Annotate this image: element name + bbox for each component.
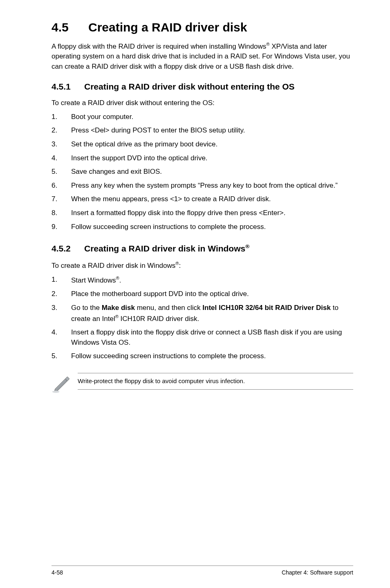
subsection-heading-1: 4.5.1Creating a RAID driver disk without… (52, 82, 353, 92)
list-text-f: ICH10R RAID driver disk. (119, 314, 199, 322)
list-text: Follow succeeding screen instructions to… (71, 223, 266, 231)
list-text: Follow succeeding screen instructions to… (71, 352, 266, 360)
list-index: 1. (52, 275, 57, 285)
subsection-heading-2: 4.5.2Creating a RAID driver disk in Wind… (52, 243, 353, 254)
list-item: 3. Go to the Make disk menu, and then cl… (52, 303, 353, 324)
list-item: 3.Set the optical drive as the primary b… (52, 139, 353, 150)
list-item: 8.Insert a formatted floppy disk into th… (52, 208, 353, 218)
registered-symbol: ® (245, 243, 249, 249)
list-item: 4. Insert a floppy disk into the floppy … (52, 328, 353, 348)
pencil-icon (52, 373, 69, 393)
list-item: 2. Place the motherboard support DVD int… (52, 289, 353, 299)
list-text: Press any key when the system prompts “P… (71, 182, 338, 189)
subsection-number: 4.5.1 (52, 82, 84, 92)
list-index: 2. (52, 126, 57, 136)
list-item: 7.When the menu appears, press <1> to cr… (52, 194, 353, 204)
list-text: Place the motherboard support DVD into t… (71, 290, 249, 298)
list-text: Insert a floppy disk into the floppy dis… (71, 328, 342, 346)
list-index: 5. (52, 351, 57, 361)
list-index: 3. (52, 139, 57, 150)
list-index: 6. (52, 181, 57, 191)
list-item: 6.Press any key when the system prompts … (52, 181, 353, 191)
subsection-number: 4.5.2 (52, 244, 84, 254)
list-text: Insert a formatted floppy disk into the … (71, 209, 285, 217)
list-index: 3. (52, 303, 57, 313)
list-text-a: Go to the (71, 304, 102, 312)
heading-number: 4.5 (52, 20, 88, 34)
intro-text-1: A floppy disk with the RAID driver is re… (52, 43, 266, 50)
list-index: 8. (52, 208, 57, 218)
intro-paragraph: A floppy disk with the RAID driver is re… (52, 41, 353, 72)
list-text-c: menu, and then click (135, 304, 202, 312)
heading-title: Creating a RAID driver disk (88, 20, 247, 34)
page-footer: 4-58 Chapter 4: Software support (52, 566, 353, 576)
list-index: 1. (52, 112, 57, 122)
list-index: 2. (52, 289, 57, 299)
list-item: 5.Save changes and exit BIOS. (52, 167, 353, 177)
list-item: 9.Follow succeeding screen instructions … (52, 222, 353, 232)
lead-post: : (179, 262, 181, 269)
section1-lead: To create a RAID driver disk without ent… (52, 99, 353, 107)
svg-point-0 (52, 391, 60, 393)
list-item: 1.Boot your computer. (52, 112, 353, 122)
list-text: When the menu appears, press <1> to crea… (71, 195, 271, 203)
lead-pre: To create a RAID driver disk in Windows (52, 262, 175, 269)
list-item: 2.Press <Del> during POST to enter the B… (52, 126, 353, 136)
list-text: Boot your computer. (71, 113, 133, 121)
registered-symbol: ® (116, 276, 119, 281)
list-text-d: Intel ICH10R 32/64 bit RAID Driver Disk (202, 304, 331, 312)
list-text: Save changes and exit BIOS. (71, 168, 162, 175)
list-index: 5. (52, 167, 57, 177)
list-index: 4. (52, 328, 57, 338)
section-heading: 4.5Creating a RAID driver disk (52, 20, 353, 34)
subsection-title: Creating a RAID driver disk without ente… (84, 82, 295, 91)
page-number: 4-58 (52, 569, 63, 576)
list-text: Set the optical drive as the primary boo… (71, 140, 217, 148)
chapter-label: Chapter 4: Software support (282, 569, 353, 576)
note-text: Write-protect the floppy disk to avoid c… (78, 373, 353, 390)
list-item: 5. Follow succeeding screen instructions… (52, 351, 353, 361)
registered-symbol: ® (115, 314, 119, 319)
list-item: 1. Start Windows®. (52, 275, 353, 285)
list-item: 4.Insert the support DVD into the optica… (52, 153, 353, 164)
list-index: 4. (52, 153, 57, 164)
list-index: 9. (52, 222, 57, 232)
list-text: Press <Del> during POST to enter the BIO… (71, 126, 245, 134)
list-text-pre: Start Windows (71, 276, 116, 284)
subsection-title-pre: Creating a RAID driver disk in Windows (84, 244, 245, 253)
list-text: Insert the support DVD into the optical … (71, 154, 208, 162)
list-text-post: . (119, 276, 121, 284)
section1-list: 1.Boot your computer. 2.Press <Del> duri… (52, 112, 353, 232)
list-text-b: Make disk (102, 304, 135, 312)
note-block: Write-protect the floppy disk to avoid c… (52, 373, 353, 393)
section2-list: 1. Start Windows®. 2. Place the motherbo… (52, 275, 353, 361)
list-index: 7. (52, 194, 57, 204)
section2-lead: To create a RAID driver disk in Windows®… (52, 261, 353, 270)
